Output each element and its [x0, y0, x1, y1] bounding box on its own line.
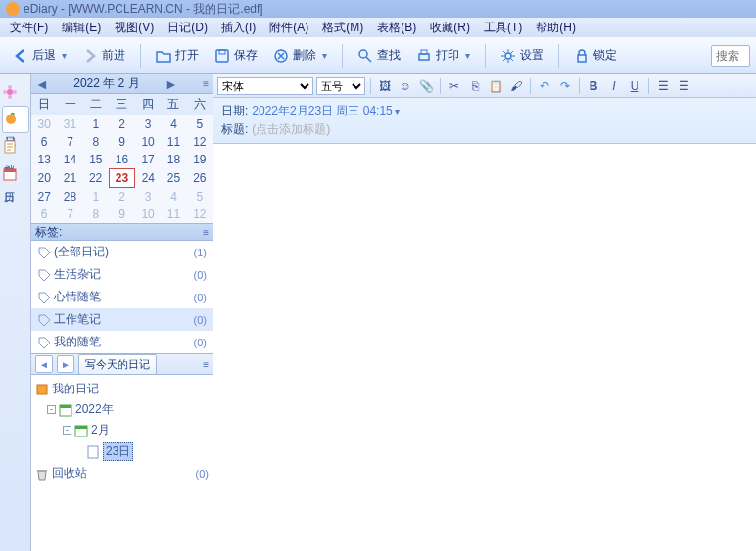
- calendar-day[interactable]: 10: [135, 133, 161, 151]
- calendar-day[interactable]: 2: [109, 188, 135, 207]
- forward-button[interactable]: 前进: [75, 42, 132, 69]
- calendar-day[interactable]: 9: [109, 133, 135, 151]
- calendar-day[interactable]: 2: [109, 115, 135, 134]
- calendar-day[interactable]: 10: [135, 206, 161, 223]
- delete-button[interactable]: 删除▾: [266, 42, 334, 69]
- tree-menu-icon[interactable]: ≡: [203, 359, 209, 370]
- menu-item[interactable]: 附件(A): [263, 18, 314, 38]
- menu-item[interactable]: 帮助(H): [530, 18, 582, 38]
- tag-item[interactable]: 我的随笔(0): [31, 331, 213, 353]
- collapse-icon[interactable]: -: [63, 426, 71, 435]
- calendar-day[interactable]: 30: [31, 115, 57, 134]
- calendar-day[interactable]: 18: [161, 151, 186, 169]
- settings-button[interactable]: 设置: [494, 42, 550, 69]
- next-month-button[interactable]: ►: [165, 76, 178, 92]
- calendar-day[interactable]: 26: [187, 169, 213, 188]
- calendar-day[interactable]: 3: [135, 188, 161, 207]
- calendar-day[interactable]: 6: [31, 206, 57, 223]
- emoji-button[interactable]: ☺: [397, 77, 414, 95]
- attachment-button[interactable]: 📎: [417, 77, 435, 95]
- tree-month[interactable]: - 2月: [35, 420, 209, 440]
- calendar-day[interactable]: 3: [135, 115, 161, 134]
- calendar-title[interactable]: 2022 年 2 月: [73, 75, 139, 92]
- menu-item[interactable]: 工具(T): [478, 18, 528, 38]
- calendar-day[interactable]: 25: [161, 169, 186, 188]
- calendar-day[interactable]: 12: [187, 206, 213, 223]
- tree-year[interactable]: - 2022年: [35, 399, 209, 420]
- tag-item[interactable]: 生活杂记(0): [31, 263, 213, 286]
- calendar-day[interactable]: 27: [31, 188, 57, 207]
- calendar-day[interactable]: 5: [187, 115, 213, 134]
- tree-root[interactable]: 我的日记: [35, 379, 209, 399]
- date-value[interactable]: 2022年2月23日 周三 04:15: [252, 103, 392, 119]
- calendar-day[interactable]: 23: [109, 169, 135, 188]
- find-button[interactable]: 查找: [351, 42, 407, 69]
- print-button[interactable]: 打印▾: [409, 42, 477, 69]
- menu-item[interactable]: 文件(F): [4, 18, 54, 38]
- tag-item[interactable]: (全部日记)(1): [31, 241, 213, 263]
- cut-button[interactable]: ✂: [446, 77, 463, 95]
- calendar-day[interactable]: 24: [135, 169, 161, 188]
- write-today-button[interactable]: 写今天的日记: [78, 354, 157, 375]
- calendar-day[interactable]: 1: [83, 115, 109, 134]
- undo-button[interactable]: ↶: [536, 77, 553, 95]
- calendar-day[interactable]: 5: [187, 188, 213, 207]
- redo-button[interactable]: ↷: [556, 77, 574, 95]
- calendar-day[interactable]: 28: [57, 188, 82, 207]
- tree-forward-button[interactable]: ►: [57, 355, 74, 373]
- calendar-day[interactable]: 19: [187, 151, 213, 169]
- tab-flower[interactable]: [2, 80, 29, 104]
- menu-item[interactable]: 格式(M): [316, 18, 369, 38]
- calendar-day[interactable]: 9: [109, 206, 135, 223]
- title-input[interactable]: (点击添加标题): [252, 121, 330, 138]
- menu-item[interactable]: 编辑(E): [56, 18, 107, 38]
- tag-item[interactable]: 心情随笔(0): [31, 286, 213, 308]
- tree-trash[interactable]: 回收站 (0): [35, 463, 209, 483]
- size-select[interactable]: 五号: [316, 77, 365, 95]
- back-button[interactable]: 后退▾: [6, 42, 73, 69]
- menu-item[interactable]: 表格(B): [371, 18, 422, 38]
- lock-button[interactable]: 锁定: [567, 42, 624, 69]
- calendar-menu-icon[interactable]: ≡: [203, 78, 209, 89]
- calendar-day[interactable]: 31: [57, 115, 82, 134]
- open-button[interactable]: 打开: [149, 42, 206, 69]
- calendar-day[interactable]: 8: [83, 206, 109, 223]
- menu-item[interactable]: 收藏(R): [424, 18, 476, 38]
- paste-button[interactable]: 📋: [487, 77, 504, 95]
- calendar-day[interactable]: 7: [57, 133, 82, 151]
- calendar-day[interactable]: 7: [57, 206, 82, 223]
- underline-button[interactable]: U: [626, 77, 643, 95]
- calendar-day[interactable]: 20: [31, 169, 57, 188]
- bold-button[interactable]: B: [585, 77, 602, 95]
- copy-button[interactable]: ⎘: [466, 77, 484, 95]
- calendar-day[interactable]: 14: [57, 151, 82, 169]
- menu-item[interactable]: 视图(V): [109, 18, 160, 38]
- calendar-day[interactable]: 12: [187, 133, 213, 151]
- italic-button[interactable]: I: [605, 77, 623, 95]
- image-button[interactable]: 🖼: [376, 77, 394, 95]
- tags-menu-icon[interactable]: ≡: [203, 227, 209, 238]
- menu-item[interactable]: 插入(I): [215, 18, 261, 38]
- tree-back-button[interactable]: ◄: [35, 355, 53, 373]
- calendar-day[interactable]: 11: [161, 133, 186, 151]
- tab-diary[interactable]: 日记: [2, 106, 29, 133]
- search-input[interactable]: [711, 45, 750, 67]
- format-painter-button[interactable]: 🖌: [507, 77, 525, 95]
- tab-documents[interactable]: 文档: [2, 135, 29, 161]
- collapse-icon[interactable]: -: [47, 405, 56, 414]
- calendar-day[interactable]: 17: [135, 151, 161, 169]
- calendar-day[interactable]: 16: [109, 151, 135, 169]
- prev-month-button[interactable]: ◄: [35, 76, 49, 92]
- dropdown-icon[interactable]: ▾: [395, 106, 400, 116]
- tab-calendar[interactable]: 日历: [2, 162, 29, 188]
- menu-item[interactable]: 日记(D): [162, 18, 213, 38]
- calendar-day[interactable]: 1: [83, 188, 109, 207]
- tag-item[interactable]: 工作笔记(0): [31, 308, 213, 331]
- calendar-day[interactable]: 6: [31, 133, 57, 151]
- calendar-day[interactable]: 21: [57, 169, 82, 188]
- calendar-day[interactable]: 4: [161, 188, 186, 207]
- calendar-day[interactable]: 4: [161, 115, 186, 134]
- editor-body[interactable]: [213, 144, 756, 551]
- calendar-day[interactable]: 22: [83, 169, 109, 188]
- calendar-day[interactable]: 8: [83, 133, 109, 151]
